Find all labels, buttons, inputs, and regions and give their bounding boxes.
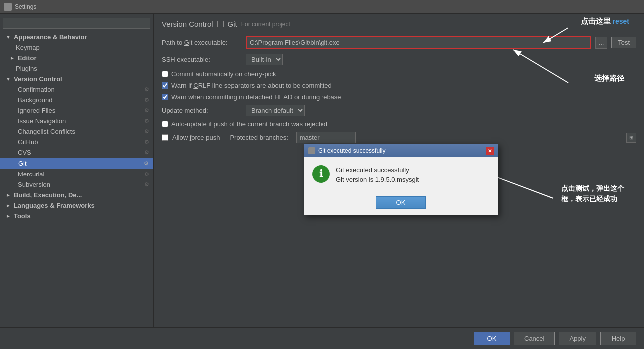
arrow-icon: ► [6,203,11,208]
settings-icon: ⚙ [144,139,149,145]
checkbox-crlf-input[interactable] [162,82,168,89]
browse-button[interactable]: … [595,37,607,49]
checkbox-autoupdate: Auto-update if push of the current branc… [162,120,636,128]
sidebar-item-label: Background [18,96,52,104]
title-bar: Settings [0,0,644,14]
sidebar-item-github[interactable]: GitHub ⚙ [0,137,153,147]
sidebar-item-mercurial[interactable]: Mercurial ⚙ [0,169,153,179]
bottom-bar: OK Cancel Apply Help [0,327,644,349]
test-button[interactable]: Test [611,37,636,48]
sidebar-item-build[interactable]: ► Build, Execution, De... [0,190,153,200]
settings-icon: ⚙ [144,149,149,156]
dialog-success-icon: ℹ [312,165,330,183]
sidebar-item-keymap[interactable]: Keymap [0,42,153,53]
main-layout: ▼ Appearance & Behavior Keymap ► Editor … [0,14,644,327]
sidebar-item-label: Editor [18,54,37,62]
sidebar-item-languages[interactable]: ► Languages & Frameworks [0,200,153,211]
sidebar-item-git[interactable]: Git ⚙ [0,158,153,169]
path-label: Path to Git executable: [162,39,242,46]
checkbox-autoupdate-label: Auto-update if push of the current branc… [171,120,327,128]
checkbox-detached: Warn when committing in detached HEAD or… [162,93,636,101]
sidebar-item-editor[interactable]: ► Editor [0,53,153,63]
sidebar-item-tools[interactable]: ► Tools [0,211,153,221]
sidebar-item-plugins[interactable]: Plugins [0,63,153,74]
path-row: Path to Git executable: … Test [162,36,636,49]
sidebar-item-label: Issue Navigation [18,117,66,125]
expand-button[interactable]: ⊞ [626,133,636,143]
settings-icon: ⚙ [144,86,149,93]
checkbox-cherry: Commit automatically on cherry-pick [162,70,636,78]
sidebar-item-label: GitHub [18,138,38,146]
title-bar-text: Settings [15,3,36,10]
help-button[interactable]: Help [600,332,636,345]
settings-icon: ⚙ [144,181,149,188]
sidebar-item-appearance[interactable]: ▼ Appearance & Behavior [0,32,153,42]
arrow-icon: ► [6,213,11,219]
settings-icon: ⚙ [144,107,149,114]
sidebar-item-version-control[interactable]: ▼ Version Control [0,74,153,84]
sidebar-item-label: Tools [14,212,31,220]
settings-icon: ⚙ [144,97,149,103]
dialog-message: Git executed successfully Git version is… [336,165,419,184]
protected-input[interactable] [296,132,356,143]
checkbox-autoupdate-input[interactable] [162,121,168,127]
sidebar-item-background[interactable]: Background ⚙ [0,95,153,105]
app-icon [4,3,12,11]
project-checkbox[interactable] [217,21,224,27]
arrow-icon: ► [10,55,15,61]
checkbox-force-input[interactable] [162,134,168,141]
sidebar-item-subversion[interactable]: Subversion ⚙ [0,179,153,190]
sidebar: ▼ Appearance & Behavior Keymap ► Editor … [0,14,154,327]
dialog-title-bar: Git executed successfully ✕ [304,144,498,157]
arrow-icon: ▼ [6,34,11,40]
content-area: Version Control Git For current project … [154,14,644,327]
dialog-close-button[interactable]: ✕ [486,147,494,155]
force-push-row: Allow force push Protected branches: ⊞ [162,132,636,143]
sidebar-item-label: Changelist Conflicts [18,128,75,135]
sidebar-item-issue-navigation[interactable]: Issue Navigation ⚙ [0,116,153,126]
cancel-button[interactable]: Cancel [514,332,555,345]
content-subtitle: Git [228,20,237,28]
checkbox-detached-input[interactable] [162,94,168,100]
settings-icon: ⚙ [144,118,149,124]
sidebar-item-label: CVS [18,149,31,156]
sidebar-item-ignored-files[interactable]: Ignored Files ⚙ [0,105,153,116]
ssh-label: SSH executable: [162,56,242,63]
update-label: Update method: [162,107,242,114]
dialog-icon [308,147,315,154]
update-row: Update method: Branch default [162,105,636,116]
update-dropdown[interactable]: Branch default [246,105,305,116]
settings-icon: ⚙ [144,160,149,167]
checkbox-detached-label: Warn when committing in detached HEAD or… [171,93,341,101]
sidebar-item-label: Ignored Files [18,107,55,114]
protected-label: Protected branches: [230,134,288,141]
content-title: Version Control [162,20,213,28]
sidebar-item-label: Build, Execution, De... [14,191,82,199]
sidebar-item-label: Languages & Frameworks [14,202,95,209]
path-input[interactable] [246,36,591,49]
settings-icon: ⚙ [144,128,149,135]
checkbox-crlf: Warn if CRLF line separators are about t… [162,82,636,89]
ssh-dropdown[interactable]: Built-in [246,54,283,65]
sidebar-item-label: Confirmation [18,86,55,93]
for-project-text: For current project [241,21,290,28]
search-input[interactable] [3,18,150,29]
apply-button[interactable]: Apply [559,332,596,345]
checkbox-cherry-input[interactable] [162,71,168,77]
checkbox-crlf-label: Warn if CRLF line separators are about t… [171,82,332,89]
sidebar-item-label: Appearance & Behavior [14,33,87,41]
dialog-body: ℹ Git executed successfully Git version … [304,157,498,192]
sidebar-item-changelist-conflicts[interactable]: Changelist Conflicts ⚙ [0,126,153,137]
sidebar-item-cvs[interactable]: CVS ⚙ [0,147,153,158]
checkbox-cherry-label: Commit automatically on cherry-pick [171,70,276,78]
dialog-box[interactable]: Git executed successfully ✕ ℹ Git execut… [304,144,498,215]
arrow-icon: ► [6,192,11,198]
ok-button[interactable]: OK [474,332,510,345]
dialog-ok-button[interactable]: OK [376,196,426,209]
dialog-footer: OK [304,192,498,215]
sidebar-item-label: Git [18,160,27,167]
sidebar-item-label: Version Control [14,75,62,83]
sidebar-item-label: Keymap [16,44,40,51]
ssh-row: SSH executable: Built-in [162,54,636,65]
sidebar-item-confirmation[interactable]: Confirmation ⚙ [0,84,153,95]
